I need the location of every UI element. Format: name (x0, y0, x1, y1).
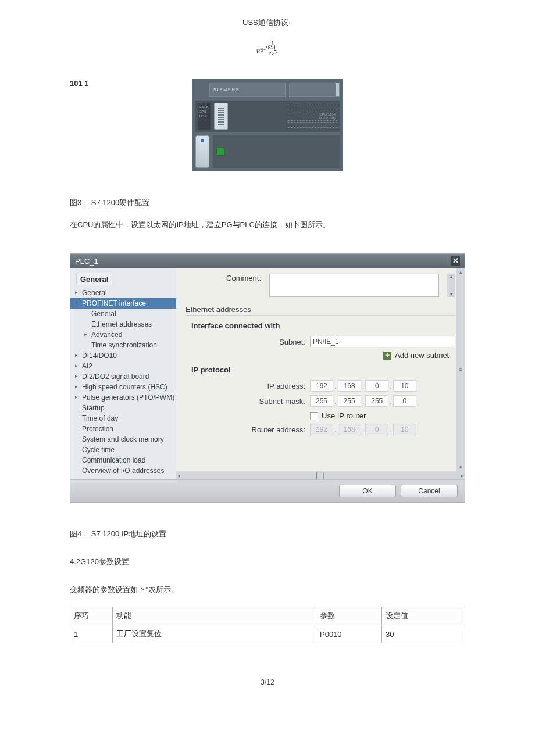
dialog-title: PLC_1 (75, 257, 98, 266)
cancel-button[interactable]: Cancel (401, 485, 458, 497)
nav-hsc[interactable]: High speed counters (HSC) (70, 382, 176, 392)
comment-textarea[interactable] (269, 274, 439, 297)
fig4-caption: 图4： S7 1200 IP地址的设置 (70, 529, 535, 539)
nav-ethernet-addresses[interactable]: Ethernet addresses (70, 319, 176, 329)
nav-tod[interactable]: Time of day (70, 413, 176, 424)
page-number: 3/12 (0, 678, 535, 686)
sub-ip-protocol: IP protocol (191, 366, 455, 374)
nav-startup[interactable]: Startup (70, 403, 176, 413)
nav-time-sync[interactable]: Time synchronization (70, 340, 176, 350)
close-icon[interactable]: ✕ (451, 256, 460, 266)
ip-address-label: IP address: (186, 382, 310, 390)
subnet-mask-label: Subnet mask: (186, 397, 310, 406)
use-ip-router-label: Use IP router (322, 411, 366, 420)
section-4-2: 4.2G120参数设置 (70, 557, 535, 567)
hw-panel (213, 135, 340, 168)
nav-cycle[interactable]: Cycle time (70, 445, 176, 455)
th-fn: 功能 (113, 607, 316, 625)
right-scrollbar[interactable]: ▴≡▾ (456, 268, 465, 471)
nav-protection[interactable]: Protection (70, 424, 176, 434)
label-101: 101 1 (70, 79, 89, 88)
nav-profinet[interactable]: PROFINET interface (70, 298, 176, 309)
comment-scrollbar[interactable]: ▴▾ (447, 274, 455, 297)
hw-device (195, 135, 209, 168)
svg-point-2 (272, 41, 273, 43)
nav-profinet-general[interactable]: General (70, 309, 176, 319)
subnet-select[interactable]: PN/IE_1 (310, 336, 455, 347)
rack-label: RACKCPU 1214 (198, 103, 211, 130)
nav-sysclock[interactable]: System and clock memory (70, 434, 176, 445)
table-header-row: 序巧 功能 参数 设定值 (70, 607, 465, 625)
hw-config-figure: SIEMENS RACKCPU 1214 · · · · · · · · · ·… (192, 79, 343, 171)
nav-di2do2[interactable]: DI2/DO2 signal board (70, 371, 176, 382)
router-address-input: 192. 168. 0. 10 (310, 424, 416, 435)
dialog-titlebar: PLC_1 ✕ (70, 254, 465, 268)
add-subnet-button[interactable]: Add new subnet (395, 351, 449, 360)
nav-advanced[interactable]: Advanced (70, 329, 176, 340)
parameter-table: 序巧 功能 参数 设定值 1 工厂设宜复位 P0010 30 (70, 607, 465, 643)
section-4-2-line: 变频器的参数设置如卜°农所示。 (70, 585, 535, 595)
fig3-caption: 图3： S7 1200硬件配置 (70, 198, 535, 208)
property-tree: General PROFINET interface General Ether… (70, 288, 176, 476)
nav-ai2[interactable]: AI2 (70, 361, 176, 371)
th-val: 设定值 (382, 607, 465, 625)
ok-button[interactable]: OK (339, 485, 396, 497)
ip-address-input[interactable]: 192. 168. 0. 10 (310, 380, 416, 392)
rs485-plc-logo: RS-485 PLC (253, 38, 282, 62)
sub-interface-connected: Interface connected with (191, 321, 455, 330)
fig3-para: 在CPU的属性中，设置以太网的IP地址，建立PG与PLC的连接，如卜图所示。 (70, 220, 535, 230)
use-ip-router-checkbox[interactable] (310, 412, 318, 420)
nav-pto[interactable]: Pulse generators (PTO/PWM) (70, 392, 176, 403)
tab-general[interactable]: General (76, 273, 112, 285)
horizontal-scrollbar[interactable]: ◂│││▸ (176, 471, 465, 479)
siemens-label: SIEMENS (209, 83, 286, 97)
comment-label: Comment: (186, 274, 261, 282)
add-subnet-icon[interactable]: ✚ (383, 352, 391, 360)
nav-commload[interactable]: Communication load (70, 455, 176, 465)
hw-slot (214, 103, 228, 130)
nav-di14[interactable]: DI14/DO10 (70, 350, 176, 361)
page-header: USS通信协议·· (0, 17, 535, 28)
plc-properties-dialog: PLC_1 ✕ General General PROFINET interfa… (70, 253, 465, 503)
nav-general[interactable]: General (70, 288, 176, 298)
th-par: 参数 (316, 607, 382, 625)
section-ethernet-addresses: Ethernet addresses (186, 305, 455, 316)
router-address-label: Router address: (186, 425, 310, 434)
subnet-label: Subnet: (186, 338, 310, 346)
subnet-mask-input[interactable]: 255. 255. 255. 0 (310, 395, 416, 407)
nav-ioover[interactable]: Overview of I/O addresses (70, 465, 176, 476)
table-row: 1 工厂设宜复位 P0010 30 (70, 625, 465, 643)
th-sn: 序巧 (70, 607, 113, 625)
